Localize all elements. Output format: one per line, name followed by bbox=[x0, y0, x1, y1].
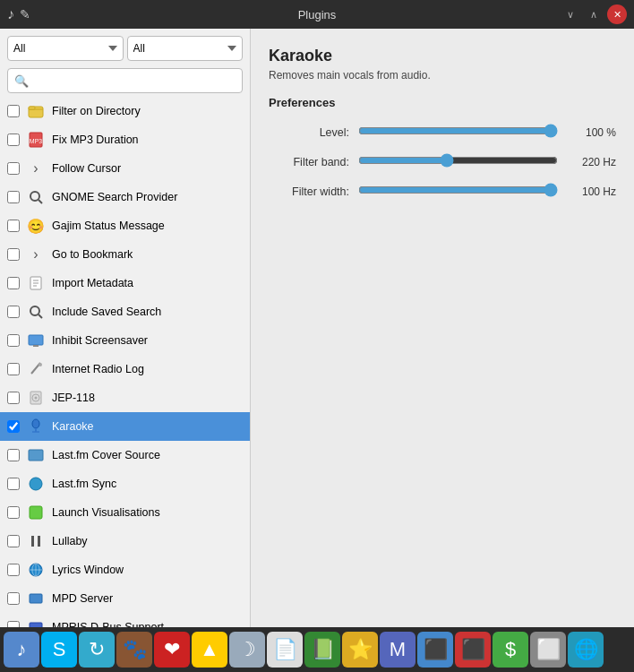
svg-point-25 bbox=[30, 478, 42, 490]
plugin-icon-follow-cursor: › bbox=[27, 159, 45, 177]
plugin-checkbox-lullaby[interactable] bbox=[7, 535, 20, 547]
plugin-name-lastfm-sync: Last.fm Sync bbox=[52, 478, 116, 490]
plugin-checkbox-lyrics-window[interactable] bbox=[7, 564, 20, 576]
taskbar-icon-app5[interactable]: ❤ bbox=[154, 632, 190, 668]
plugin-name-filter-on-directory: Filter on Directory bbox=[52, 105, 141, 117]
pref-row-filter-width: Filter width:100 Hz bbox=[269, 183, 616, 200]
close-button[interactable]: ✕ bbox=[607, 4, 627, 24]
plugin-icon-gnome-search-provider bbox=[27, 188, 45, 206]
plugin-checkbox-import-metadata[interactable] bbox=[7, 277, 20, 289]
filter-select-1[interactable]: All bbox=[7, 36, 124, 61]
search-icon: 🔍 bbox=[14, 74, 29, 88]
plugin-item-lastfm-cover-source[interactable]: Last.fm Cover Source bbox=[0, 441, 250, 470]
plugin-name-inhibit-screensaver: Inhibit Screensaver bbox=[52, 334, 148, 347]
svg-line-6 bbox=[39, 200, 42, 203]
taskbar-icon-app15[interactable]: ⬜ bbox=[530, 632, 566, 668]
search-wrapper: 🔍 bbox=[7, 68, 243, 93]
plugin-item-mpris-dbus-support[interactable]: MPRIS D-Bus Support bbox=[0, 613, 250, 627]
minimize-button[interactable]: ∨ bbox=[561, 4, 580, 24]
plugin-item-internet-radio-log[interactable]: Internet Radio Log bbox=[0, 355, 250, 383]
plugin-checkbox-lastfm-cover-source[interactable] bbox=[7, 449, 20, 461]
svg-rect-27 bbox=[31, 536, 34, 547]
search-input[interactable] bbox=[7, 68, 243, 93]
svg-point-20 bbox=[35, 397, 38, 400]
plugin-item-launch-visualisations[interactable]: Launch Visualisations bbox=[0, 498, 250, 527]
plugin-item-mpd-server[interactable]: MPD Server bbox=[0, 584, 250, 613]
plugin-item-go-to-bookmark[interactable]: ›Go to Bookmark bbox=[0, 240, 250, 269]
plugin-icon-import-metadata bbox=[27, 274, 45, 292]
filter-row: All All bbox=[0, 29, 250, 65]
plugin-item-jep-118[interactable]: JEP-118 bbox=[0, 383, 250, 412]
taskbar-icon-app14[interactable]: $ bbox=[493, 632, 528, 668]
plugin-checkbox-karaoke[interactable] bbox=[7, 420, 20, 433]
plugin-item-follow-cursor[interactable]: ›Follow Cursor bbox=[0, 154, 250, 183]
plugin-name-include-saved-search: Include Saved Search bbox=[52, 306, 161, 318]
taskbar-icon-app7[interactable]: ☽ bbox=[229, 632, 265, 668]
plugin-icon-filter-on-directory bbox=[27, 102, 45, 120]
plugin-checkbox-fix-mp3-duration[interactable] bbox=[7, 134, 20, 146]
plugin-icon-mpd-server bbox=[27, 590, 45, 607]
svg-point-5 bbox=[30, 192, 39, 201]
taskbar-icon-app6[interactable]: ▲ bbox=[192, 632, 227, 668]
plugin-name-mpris-dbus-support: MPRIS D-Bus Support bbox=[52, 621, 164, 627]
plugin-checkbox-launch-visualisations[interactable] bbox=[7, 506, 20, 519]
taskbar-icon-app8[interactable]: 📄 bbox=[267, 632, 303, 668]
taskbar-icon-app9[interactable]: 📗 bbox=[304, 632, 340, 668]
titlebar-left: ♪ ✎ bbox=[7, 6, 30, 22]
plugin-item-fix-mp3-duration[interactable]: MP3Fix MP3 Duration bbox=[0, 125, 250, 154]
svg-rect-34 bbox=[30, 623, 42, 627]
plugin-item-gajim-status-message[interactable]: 😊Gajim Status Message bbox=[0, 211, 250, 240]
filter-select-2[interactable]: All bbox=[127, 36, 244, 61]
svg-text:›: › bbox=[33, 160, 38, 176]
svg-line-13 bbox=[39, 314, 42, 318]
plugin-item-lastfm-sync[interactable]: Last.fm Sync bbox=[0, 470, 250, 498]
plugin-item-karaoke[interactable]: Karaoke bbox=[0, 412, 250, 441]
plugin-checkbox-inhibit-screensaver[interactable] bbox=[7, 334, 20, 347]
plugin-checkbox-filter-on-directory[interactable] bbox=[7, 105, 20, 117]
maximize-button[interactable]: ∧ bbox=[584, 4, 604, 24]
plugin-item-import-metadata[interactable]: Import Metadata bbox=[0, 269, 250, 297]
taskbar-icon-app4[interactable]: 🐾 bbox=[116, 632, 152, 668]
taskbar-icon-skype[interactable]: S bbox=[41, 632, 77, 668]
plugin-item-lullaby[interactable]: Lullaby bbox=[0, 527, 250, 556]
music-icon: ♪ bbox=[7, 6, 14, 22]
taskbar-icon-app10[interactable]: ⭐ bbox=[342, 632, 378, 668]
plugin-name-gajim-status-message: Gajim Status Message bbox=[52, 220, 165, 232]
plugin-checkbox-include-saved-search[interactable] bbox=[7, 306, 20, 318]
plugin-checkbox-follow-cursor[interactable] bbox=[7, 162, 20, 175]
plugin-checkbox-mpris-dbus-support[interactable] bbox=[7, 621, 20, 627]
plugin-checkbox-gnome-search-provider[interactable] bbox=[7, 191, 20, 203]
plugin-icon-include-saved-search bbox=[27, 303, 45, 321]
plugin-name-import-metadata: Import Metadata bbox=[52, 277, 133, 289]
plugin-title: Karaoke bbox=[269, 47, 616, 65]
taskbar-icon-app13[interactable]: ⬛ bbox=[455, 632, 491, 668]
plugin-item-filter-on-directory[interactable]: Filter on Directory bbox=[0, 97, 250, 125]
svg-text:MP3: MP3 bbox=[30, 138, 43, 144]
plugin-name-lastfm-cover-source: Last.fm Cover Source bbox=[52, 449, 160, 461]
plugin-item-lyrics-window[interactable]: Lyrics Window bbox=[0, 556, 250, 584]
plugin-checkbox-go-to-bookmark[interactable] bbox=[7, 248, 20, 261]
taskbar-icon-app12[interactable]: ⬛ bbox=[417, 632, 453, 668]
plugin-checkbox-gajim-status-message[interactable] bbox=[7, 220, 20, 232]
slider-filter-band[interactable] bbox=[358, 153, 558, 168]
plugin-desc: Removes main vocals from audio. bbox=[269, 69, 616, 82]
plugin-checkbox-internet-radio-log[interactable] bbox=[7, 363, 20, 375]
taskbar-icon-app16[interactable]: 🌐 bbox=[568, 632, 604, 668]
plugin-checkbox-jep-118[interactable] bbox=[7, 392, 20, 404]
plugin-item-gnome-search-provider[interactable]: GNOME Search Provider bbox=[0, 183, 250, 211]
taskbar-icon-app3[interactable]: ↻ bbox=[79, 632, 115, 668]
pref-value-level: 100 % bbox=[567, 126, 616, 139]
plugin-checkbox-mpd-server[interactable] bbox=[7, 592, 20, 605]
svg-rect-1 bbox=[29, 107, 35, 109]
plugin-icon-lastfm-sync bbox=[27, 475, 45, 493]
plugin-checkbox-lastfm-sync[interactable] bbox=[7, 478, 20, 490]
slider-level[interactable] bbox=[358, 124, 558, 138]
slider-container-level bbox=[358, 124, 558, 141]
taskbar-icon-app11[interactable]: M bbox=[380, 632, 416, 668]
plugin-item-inhibit-screensaver[interactable]: Inhibit Screensaver bbox=[0, 326, 250, 355]
plugin-item-include-saved-search[interactable]: Include Saved Search bbox=[0, 297, 250, 326]
slider-filter-width[interactable] bbox=[358, 183, 558, 197]
taskbar-icon-quod-libet[interactable]: ♪ bbox=[4, 632, 39, 668]
plugin-name-internet-radio-log: Internet Radio Log bbox=[52, 363, 144, 375]
plugin-icon-go-to-bookmark: › bbox=[27, 246, 45, 263]
